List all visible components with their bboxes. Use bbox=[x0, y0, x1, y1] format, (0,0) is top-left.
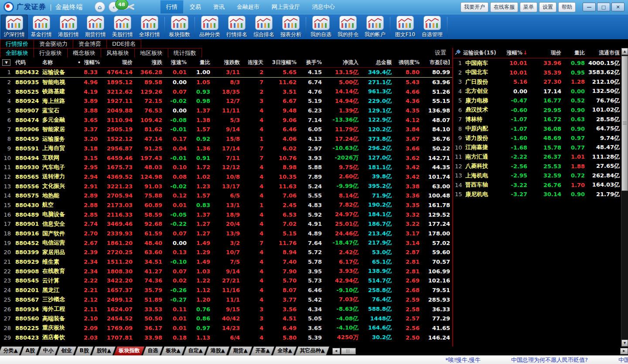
list-item[interactable]: 6鼎汉技术-0.6029.950.90101.02亿 bbox=[453, 105, 621, 115]
table-row[interactable]: 17880901信息安全2.743469.4692.68-0.221.2720/… bbox=[0, 219, 452, 229]
table-row[interactable]: 29880423酒店餐饮2.031707.8133.980.181.136/44… bbox=[0, 333, 452, 342]
list-item[interactable]: 12八菱科技-2.5625.531.8827.65亿 bbox=[453, 162, 621, 171]
table-row[interactable]: 25880567三沙概念2.122499.1251.89-0.271.2011/… bbox=[0, 295, 452, 305]
market-tab-8[interactable]: 自选 bbox=[143, 347, 164, 355]
table-row[interactable]: 22880908在线教育2.341808.3041.270.071.039/14… bbox=[0, 266, 452, 276]
board-tab-3[interactable]: 概念板块 bbox=[67, 48, 101, 58]
view-tab-1[interactable]: 行情报价 bbox=[0, 39, 34, 48]
table-row[interactable]: 8880459运输服务3.201522.1247.140.170.9215/81… bbox=[0, 134, 452, 144]
quick-button-1[interactable]: 我要开户 bbox=[461, 2, 488, 12]
column-header-2[interactable]: 名称 bbox=[40, 58, 75, 68]
table-row[interactable]: 27880560高端装备2.102454.5250.500.010.8640/4… bbox=[0, 314, 452, 323]
toolbar-fund-market[interactable]: 基金行情 bbox=[28, 14, 55, 40]
board-tab-6[interactable]: 统计指数 bbox=[168, 48, 202, 58]
status-news-3[interactable]: 中国 bbox=[618, 356, 628, 364]
menu-tab-3[interactable]: 资讯 bbox=[207, 0, 231, 14]
toolbar-my-account[interactable]: 我的帐户 bbox=[362, 14, 389, 40]
column-header-7[interactable]: 量比 bbox=[189, 58, 212, 68]
panel-column-header-1[interactable]: 涨幅%↓ bbox=[501, 48, 529, 58]
column-header-9[interactable]: 连涨天 bbox=[242, 58, 266, 68]
column-header-8[interactable]: 涨跌数 bbox=[212, 58, 242, 68]
table-row[interactable]: 3880525铁路基建4.193212.62129.260.070.9318/3… bbox=[0, 87, 452, 96]
toolbar-watchlist-manager[interactable]: 自选管理 bbox=[419, 14, 446, 40]
table-row[interactable]: 28880225重庆板块2.091769.0936.170.010.9714/2… bbox=[0, 323, 452, 333]
table-row[interactable]: 19880452电信运营2.671861.2048.400.001.493/27… bbox=[0, 238, 452, 248]
list-item[interactable]: 10江南嘉捷-1.6815.780.7748.47亿 bbox=[453, 143, 621, 153]
menu-tab-5[interactable]: 网上营业厅 bbox=[266, 0, 306, 14]
panel-column-header-3[interactable]: 量比 bbox=[563, 48, 587, 58]
list-item[interactable]: 2中国北车10.0135.390.953583.62亿 bbox=[453, 68, 621, 78]
market-tab-6[interactable]: 股转▲ bbox=[91, 347, 116, 355]
list-item[interactable]: 4北方创业0.0017.140.00132.50亿 bbox=[453, 87, 621, 96]
table-row[interactable]: 14880575地热能2.892705.9475.880.121.576/547… bbox=[0, 191, 452, 201]
panel-column-header-4[interactable]: 流通市值 bbox=[587, 48, 621, 58]
market-tab-9[interactable]: 板块▲ bbox=[161, 347, 186, 355]
list-item[interactable]: 7博林特-1.0716.720.6328.58亿 bbox=[453, 115, 621, 124]
table-row[interactable]: 21880929维生素2.341511.2034.51-0.101.497/54… bbox=[0, 257, 452, 267]
board-tab-4[interactable]: 风格板块 bbox=[101, 48, 135, 58]
table-row[interactable]: 7880906智能家居3.372505.1981.62-0.011.579/14… bbox=[0, 125, 452, 134]
board-tab-5[interactable]: 地区板块 bbox=[134, 48, 168, 58]
scroll-right-button[interactable]: ▶ bbox=[620, 348, 628, 354]
view-tab-4[interactable]: DDE排名 bbox=[106, 39, 141, 48]
list-item[interactable]: 1中国南车10.0133.960.984000.15亿 bbox=[453, 58, 621, 68]
table-row[interactable]: 10880494互联网3.156459.46197.43-0.010.917/1… bbox=[0, 153, 452, 163]
quick-button-3[interactable]: 菜单 bbox=[520, 2, 537, 12]
panel-column-header-2[interactable]: 现价 bbox=[529, 48, 563, 58]
market-tab-1[interactable]: 分类▲ bbox=[0, 347, 24, 355]
market-tab-11[interactable]: 港股▲ bbox=[205, 347, 231, 355]
table-row[interactable]: 5880907蓝宝石3.882049.8876.530.001.3711/114… bbox=[0, 106, 452, 116]
scrollbar-thumb[interactable] bbox=[621, 56, 628, 191]
market-tab-15[interactable]: 其它品种▲ bbox=[295, 347, 331, 355]
board-tab-1[interactable]: 全部板块 bbox=[0, 48, 34, 58]
toolbar-us-market[interactable]: 美股行情 bbox=[109, 14, 136, 40]
market-tab-3[interactable]: 中小 bbox=[38, 347, 59, 355]
table-row[interactable]: 20880399家居用品2.392720.2563.600.131.2910/7… bbox=[0, 248, 452, 257]
quick-button-4[interactable]: 设置 bbox=[539, 2, 556, 12]
table-row[interactable]: 11880930汽车电子2.951675.7348.030.101.7212/1… bbox=[0, 163, 452, 172]
home-icon[interactable]: ⌂ bbox=[95, 2, 105, 12]
status-news-1[interactable]: *唉!慢牛,慢牛 bbox=[445, 356, 481, 364]
table-row[interactable]: 18880916国产软件2.702339.9361.590.071.2713/9… bbox=[0, 229, 452, 238]
market-tab-2[interactable]: A股 bbox=[20, 347, 41, 355]
settings-link[interactable]: 设置 bbox=[435, 48, 446, 58]
market-tab-14[interactable]: 全球▲ bbox=[273, 347, 298, 355]
menu-tab-6[interactable]: 消息中心 bbox=[306, 0, 341, 14]
toolbar-category[interactable]: 品种分类 bbox=[196, 14, 223, 40]
table-row[interactable]: 12880565送转潜力2.944369.52124.980.081.0210/… bbox=[0, 172, 452, 182]
toolbar-my-positions[interactable]: 我的持仓 bbox=[334, 14, 362, 40]
column-header-12[interactable]: 净流入 bbox=[324, 58, 361, 68]
column-header-13[interactable]: 总金额 bbox=[361, 58, 394, 68]
scroll-down-button[interactable]: ▼ bbox=[621, 340, 628, 347]
market-tab-4[interactable]: 创业 bbox=[56, 347, 77, 355]
scroll-left-button[interactable]: ◀ bbox=[332, 348, 340, 354]
table-row[interactable]: 9880591上海自贸3.182956.8791.250.041.3617/14… bbox=[0, 144, 452, 153]
table-row[interactable]: 15880430航空2.882173.0360.890.010.8313/112… bbox=[0, 201, 452, 210]
close-button[interactable]: ✕ bbox=[611, 3, 625, 11]
view-tab-3[interactable]: 资金博弈 bbox=[73, 39, 107, 48]
filter-dropdown[interactable]: ▼ bbox=[0, 58, 13, 68]
list-item[interactable]: 8中原内配-1.0736.080.9064.75亿 bbox=[453, 124, 621, 134]
menu-tab-4[interactable]: 金融超市 bbox=[231, 0, 266, 14]
menu-tab-2[interactable]: 交易 bbox=[184, 0, 207, 14]
list-item[interactable]: 11南方汇通-2.2226.371.01111.28亿 bbox=[453, 152, 621, 162]
table-row[interactable]: 23880545云计算2.223422.2074.360.021.2227/21… bbox=[0, 276, 452, 286]
table-row[interactable]: 6880474多元金融3.653110.94109.42-0.081.385/3… bbox=[0, 115, 452, 125]
list-item[interactable]: 13上海机电-2.9532.590.72262.84亿 bbox=[453, 171, 621, 180]
toolbar-my-watchlist[interactable]: 我的自选 bbox=[307, 14, 334, 40]
table-row[interactable]: 4880924海上丝路3.891927.1172.15-0.020.9812/7… bbox=[0, 96, 452, 106]
column-header-10[interactable]: 3日涨幅% bbox=[266, 58, 299, 68]
market-tab-13[interactable]: 开基▲ bbox=[250, 347, 275, 355]
market-tab-7[interactable]: 板块指数 bbox=[114, 347, 146, 355]
quick-button-5[interactable]: 帮助 bbox=[558, 2, 576, 12]
maximize-button[interactable]: □ bbox=[597, 3, 610, 11]
menu-tab-1[interactable]: 行情 bbox=[160, 0, 184, 14]
list-item[interactable]: 3广日股份5.1627.301.28212.10亿 bbox=[453, 77, 621, 87]
column-header-11[interactable]: 换手% bbox=[299, 58, 324, 68]
list-item[interactable]: 9诺力股份-1.6048.690.979.74亿 bbox=[453, 133, 621, 143]
market-tab-12[interactable]: 期货▲ bbox=[228, 347, 253, 355]
toolbar-hushen-market[interactable]: 沪深行情 bbox=[1, 14, 28, 40]
quick-button-2[interactable]: 在线客服 bbox=[490, 2, 518, 12]
table-row[interactable]: 13880556文化振兴2.913221.2391.03-0.021.2313/… bbox=[0, 181, 452, 191]
board-tab-2[interactable]: 行业板块 bbox=[34, 48, 68, 58]
